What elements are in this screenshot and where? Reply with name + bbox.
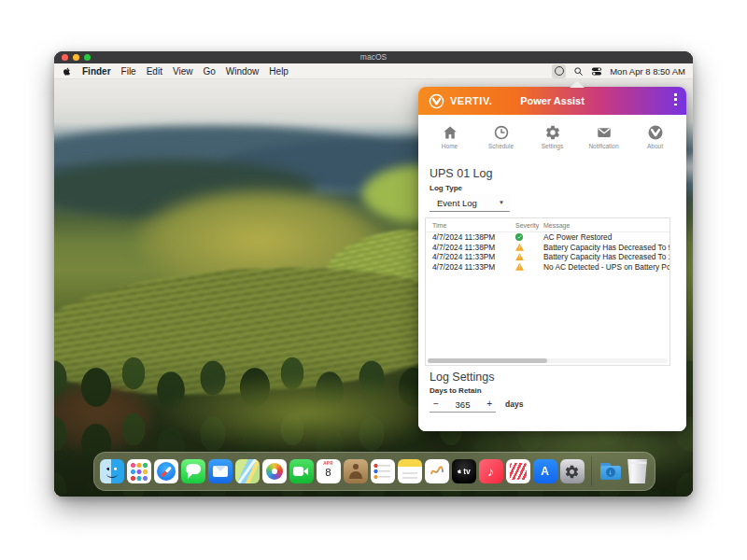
log-type-label: Log Type	[430, 184, 462, 192]
dock-icon-facetime[interactable]	[289, 459, 314, 483]
apple-tv-label: tv	[463, 468, 471, 476]
popover-caret	[570, 81, 585, 88]
dock-icon-freeform[interactable]	[425, 459, 449, 483]
cell-severity: !	[514, 263, 543, 271]
clock-icon	[493, 124, 510, 141]
menubar-item-view[interactable]: View	[173, 66, 193, 77]
page-title: UPS 01 Log	[430, 167, 492, 180]
dock-icon-launchpad[interactable]	[127, 459, 151, 483]
power-assist-menubar-icon[interactable]	[552, 64, 566, 78]
cell-message: Battery Capacity Has Decreased To 90%	[543, 243, 669, 252]
menubar-item-finder[interactable]: Finder	[82, 66, 111, 77]
menubar-clock[interactable]: Mon Apr 8 8:50 AM	[610, 66, 685, 77]
macos-vm-window: macOS Finder File Edit View Go Window He…	[54, 51, 693, 497]
column-header-time[interactable]: Time	[426, 222, 514, 229]
music-note-icon: ♪	[487, 465, 494, 478]
nav-label: About	[647, 143, 663, 149]
nav-item-home[interactable]: Home	[429, 124, 472, 149]
dock-icon-downloads[interactable]: ↓	[599, 459, 623, 483]
nav-item-about[interactable]: About	[634, 124, 677, 149]
dock-icon-contacts[interactable]	[344, 459, 368, 483]
nav-label: Schedule	[488, 143, 514, 149]
dock: APR 8 tv	[93, 452, 655, 491]
app-store-glyph: A	[541, 466, 549, 477]
decrement-button[interactable]: −	[430, 399, 443, 409]
table-row[interactable]: 4/7/2024 11:33PM ! No AC Detected - UPS …	[426, 262, 669, 273]
cell-severity: ✓	[514, 233, 543, 241]
table-header-row: Time Severity Message	[426, 218, 669, 232]
nav-item-notification[interactable]: Notification	[583, 124, 626, 149]
event-log-table: Time Severity Message 4/7/2024 11:38PM ✓…	[425, 217, 670, 366]
horizontal-scrollbar[interactable]	[428, 358, 668, 363]
dock-icon-apple-tv[interactable]: tv	[452, 459, 476, 483]
table-row[interactable]: 4/7/2024 11:38PM ! Battery Capacity Has …	[426, 243, 669, 253]
dock-icon-photos[interactable]	[262, 459, 287, 483]
power-assist-body: UPS 01 Log Log Type Event Log ▼ Time Sev…	[418, 158, 686, 431]
cell-severity: !	[514, 244, 543, 251]
power-assist-nav: Home Schedule Settings	[418, 115, 686, 159]
dock-icon-reminders[interactable]	[371, 459, 395, 483]
cell-message: No AC Detected - UPS on Battery Power	[543, 262, 669, 272]
menubar-item-file[interactable]: File	[121, 66, 136, 77]
menubar-item-window[interactable]: Window	[226, 66, 260, 77]
window-titlebar[interactable]: macOS	[54, 51, 693, 63]
app-title: Power Assist	[418, 95, 686, 106]
column-header-severity[interactable]: Severity	[514, 222, 543, 229]
cell-time: 4/7/2024 11:33PM	[426, 262, 514, 272]
menubar-item-help[interactable]: Help	[269, 66, 289, 77]
cell-time: 4/7/2024 11:38PM	[426, 243, 514, 252]
nav-item-schedule[interactable]: Schedule	[480, 124, 523, 149]
download-arrow-icon: ↓	[606, 468, 615, 477]
increment-button[interactable]: +	[483, 399, 496, 409]
spotlight-search-icon[interactable]	[573, 66, 584, 77]
vertiv-about-icon	[647, 124, 664, 141]
dock-icon-notes[interactable]	[398, 459, 422, 483]
dock-icon-maps[interactable]	[235, 459, 260, 483]
dock-icon-system-settings[interactable]	[560, 459, 585, 483]
cell-message: Battery Capacity Has Decreased To 100%	[543, 252, 669, 261]
nav-label: Home	[442, 143, 458, 149]
menubar-item-go[interactable]: Go	[203, 66, 215, 77]
warning-triangle-icon: !	[515, 244, 524, 251]
nav-label: Settings	[542, 143, 564, 149]
dock-icon-finder[interactable]	[100, 459, 124, 483]
days-to-retain-stepper: − 365 +	[430, 397, 496, 413]
dock-icon-messages[interactable]	[181, 459, 205, 483]
envelope-icon	[596, 124, 613, 141]
cell-time: 4/7/2024 11:38PM	[426, 232, 514, 242]
desktop-wallpaper: VERTIV. Power Assist Home	[54, 79, 693, 497]
screenshot-root: macOS Finder File Edit View Go Window He…	[0, 0, 747, 560]
success-check-icon: ✓	[515, 233, 523, 241]
chevron-down-icon: ▼	[499, 200, 504, 205]
wallpaper-sunlit-treetops	[162, 373, 451, 453]
kebab-menu-icon[interactable]	[674, 93, 677, 105]
dock-icon-trash[interactable]	[626, 459, 650, 483]
cell-message: AC Power Restored	[543, 232, 669, 242]
macos-menubar: Finder File Edit View Go Window Help Mon…	[54, 63, 693, 79]
days-value[interactable]: 365	[456, 399, 471, 410]
warning-triangle-icon: !	[515, 253, 524, 260]
cell-severity: !	[514, 253, 543, 260]
nav-item-settings[interactable]: Settings	[531, 124, 574, 149]
control-center-icon[interactable]	[591, 66, 602, 77]
nav-label: Notification	[588, 143, 618, 149]
menubar-item-edit[interactable]: Edit	[147, 66, 162, 77]
dock-icon-news[interactable]	[506, 459, 530, 483]
days-to-retain-label: Days to Retain	[430, 386, 482, 395]
dock-icon-safari[interactable]	[154, 459, 178, 483]
dock-icon-mail[interactable]	[208, 459, 233, 483]
table-row[interactable]: 4/7/2024 11:38PM ✓ AC Power Restored	[426, 232, 669, 243]
table-row[interactable]: 4/7/2024 11:33PM ! Battery Capacity Has …	[426, 252, 669, 262]
calendar-day-label: 8	[325, 467, 331, 479]
dock-icon-music[interactable]: ♪	[479, 459, 503, 483]
cell-time: 4/7/2024 11:33PM	[426, 252, 514, 261]
gear-icon	[544, 124, 561, 141]
apple-menu-icon[interactable]	[62, 66, 72, 77]
dock-separator	[591, 456, 592, 486]
column-header-message[interactable]: Message	[543, 222, 669, 229]
log-type-dropdown[interactable]: Event Log ▼	[430, 194, 510, 212]
log-type-value: Event Log	[437, 198, 477, 208]
dock-icon-app-store[interactable]: A	[533, 459, 557, 483]
scrollbar-thumb[interactable]	[428, 358, 547, 363]
dock-icon-calendar[interactable]: APR 8	[317, 459, 341, 483]
